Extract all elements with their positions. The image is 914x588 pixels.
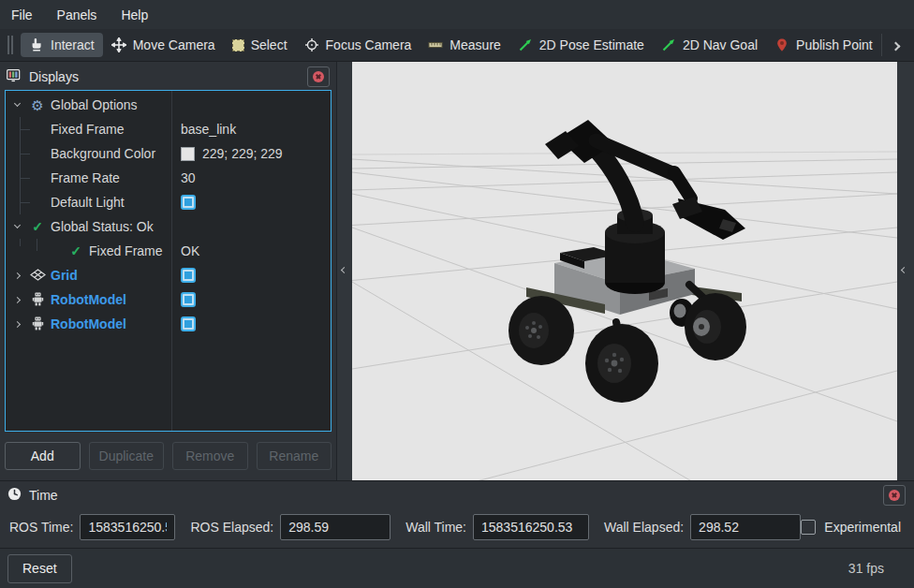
row-label: Fixed Frame	[51, 122, 125, 137]
wall-time-label: Wall Time:	[405, 520, 466, 535]
expander-icon[interactable]	[10, 273, 24, 278]
chevron-left-icon	[901, 267, 907, 273]
tree-row-frame-rate[interactable]: Frame Rate 30	[6, 166, 331, 190]
duplicate-button[interactable]: Duplicate	[89, 442, 165, 470]
time-fields: ROS Time: ROS Elapsed: Wall Time: Wall E…	[0, 507, 914, 547]
tool-label: Focus Camera	[326, 37, 412, 52]
toolbar-overflow-button[interactable]	[881, 34, 908, 56]
time-panel: Time ROS Time: ROS Elapsed: Wall Time: W…	[0, 480, 914, 548]
tool-select[interactable]: Select	[224, 33, 296, 57]
indent-guide	[10, 166, 46, 190]
reset-button[interactable]: Reset	[7, 554, 72, 583]
wall-elapsed-label: Wall Elapsed:	[604, 520, 684, 535]
tree-row-robotmodel-2[interactable]: RobotModel	[6, 312, 331, 336]
tool-interact[interactable]: Interact	[21, 33, 103, 57]
tool-publish-point[interactable]: Publish Point	[766, 33, 881, 57]
rename-button[interactable]: Rename	[257, 442, 332, 470]
indent-guide	[10, 190, 46, 214]
row-value[interactable]: base_link	[181, 122, 236, 137]
panel-collapse-handle-left[interactable]	[337, 62, 352, 480]
tree-row-fixed-frame[interactable]: Fixed Frame base_link	[6, 117, 331, 141]
tree-row-background-color[interactable]: Background Color 229; 229; 229	[6, 141, 331, 166]
tool-label: 2D Pose Estimate	[539, 37, 644, 52]
hand-icon	[29, 37, 44, 52]
remove-button[interactable]: Remove	[172, 442, 248, 470]
menu-panels[interactable]: Panels	[52, 5, 103, 25]
status-ok-icon: ✓	[67, 244, 84, 257]
row-label: RobotModel	[51, 316, 126, 331]
tool-label: 2D Nav Goal	[683, 37, 758, 52]
checkbox-checked[interactable]	[181, 195, 196, 210]
ros-elapsed-label: ROS Elapsed:	[190, 520, 273, 535]
tool-2d-nav-goal[interactable]: 2D Nav Goal	[653, 33, 766, 57]
ros-elapsed-input[interactable]	[280, 514, 391, 540]
color-swatch[interactable]	[181, 147, 195, 161]
time-close-button[interactable]	[883, 485, 906, 506]
robot-icon	[29, 292, 46, 308]
grid-icon	[29, 269, 46, 283]
checkbox-checked[interactable]	[181, 292, 196, 307]
ros-time-input[interactable]	[80, 514, 175, 540]
row-label: Global Status: Ok	[51, 219, 154, 234]
expander-icon[interactable]	[10, 104, 24, 106]
tree-row-fixed-frame-status[interactable]: ✓ Fixed Frame OK	[6, 239, 331, 263]
add-button[interactable]: Add	[5, 442, 81, 470]
checkbox-checked[interactable]	[181, 268, 196, 283]
tree-row-global-status[interactable]: ✓ Global Status: Ok	[6, 214, 331, 239]
row-value[interactable]: 30	[181, 170, 196, 185]
menu-bar: File Panels Help	[0, 0, 914, 29]
gear-icon: ⚙	[29, 98, 46, 112]
row-value: OK	[181, 243, 199, 258]
tool-label: Publish Point	[796, 37, 873, 52]
indent-guide	[10, 141, 46, 166]
panel-title: Time	[29, 488, 58, 503]
wall-time-input[interactable]	[473, 514, 589, 540]
experimental-label: Experimental	[824, 520, 901, 535]
close-icon	[313, 71, 324, 82]
checkbox-checked[interactable]	[181, 316, 196, 331]
tool-2d-pose-estimate[interactable]: 2D Pose Estimate	[509, 33, 653, 57]
close-icon	[889, 490, 900, 501]
menu-help[interactable]: Help	[115, 5, 154, 25]
row-label: RobotModel	[51, 292, 126, 307]
wall-elapsed-input[interactable]	[690, 514, 801, 540]
expander-icon[interactable]	[10, 226, 24, 228]
main-area: Displays ⚙ Global Options Fixed Frame	[0, 62, 914, 480]
tool-label: Measure	[450, 37, 500, 52]
select-area-icon	[232, 39, 244, 51]
toolbar-drag-handle[interactable]	[7, 36, 13, 54]
tool-measure[interactable]: Measure	[420, 33, 509, 57]
row-label: Global Options	[51, 97, 138, 112]
displays-tree[interactable]: ⚙ Global Options Fixed Frame base_link B…	[5, 90, 332, 432]
tree-row-default-light[interactable]: Default Light	[6, 190, 331, 214]
tool-focus-camera[interactable]: Focus Camera	[296, 33, 420, 57]
tree-row-grid[interactable]: Grid	[6, 263, 331, 287]
3d-viewport[interactable]	[352, 62, 897, 480]
map-pin-icon	[774, 37, 789, 52]
displays-panel: Displays ⚙ Global Options Fixed Frame	[0, 62, 337, 480]
menu-file[interactable]: File	[6, 5, 38, 25]
row-value[interactable]: 229; 229; 229	[202, 146, 283, 161]
displays-close-button[interactable]	[307, 66, 330, 87]
robot-icon	[29, 316, 46, 332]
panel-collapse-handle-right[interactable]	[897, 62, 914, 480]
row-label: Fixed Frame	[89, 243, 163, 258]
row-label: Grid	[51, 268, 78, 283]
displays-panel-header[interactable]: Displays	[0, 62, 336, 90]
toolbar: Interact Move Camera Select Focus Camera…	[0, 29, 914, 62]
tree-row-global-options[interactable]: ⚙ Global Options	[6, 93, 331, 117]
time-panel-header[interactable]: Time	[0, 481, 914, 507]
green-arrow-icon	[661, 37, 676, 52]
chevron-right-icon	[892, 42, 901, 51]
expander-icon[interactable]	[10, 322, 24, 327]
tool-move-camera[interactable]: Move Camera	[103, 33, 224, 57]
tool-label: Interact	[51, 37, 95, 52]
panel-title: Displays	[29, 69, 79, 84]
row-label: Background Color	[51, 146, 155, 161]
tool-label: Move Camera	[133, 37, 215, 52]
tree-row-robotmodel-1[interactable]: RobotModel	[6, 287, 331, 312]
expander-icon[interactable]	[10, 298, 24, 302]
experimental-checkbox[interactable]	[801, 520, 816, 535]
displays-button-row: Add Duplicate Remove Rename	[0, 432, 336, 480]
fps-counter: 31 fps	[848, 561, 907, 576]
